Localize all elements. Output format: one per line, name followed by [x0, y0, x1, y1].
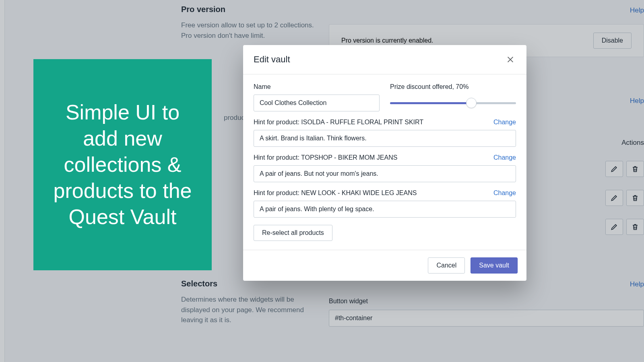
close-icon	[506, 55, 515, 64]
slider-fill	[390, 102, 471, 104]
save-vault-button[interactable]: Save vault	[471, 257, 518, 274]
vault-name-input[interactable]	[254, 95, 380, 111]
hint-block-0: Hint for product: ISOLDA - RUFFLE FLORAL…	[254, 119, 516, 147]
modal-title: Edit vault	[254, 54, 290, 65]
hint-label: Hint for product: ISOLDA - RUFFLE FLORAL…	[254, 119, 423, 126]
edit-vault-modal: Edit vault Name Prize discount offered, …	[243, 45, 526, 281]
slider-thumb[interactable]	[466, 98, 477, 108]
reselect-products-button[interactable]: Re-select all products	[254, 225, 332, 241]
modal-footer: Cancel Save vault	[243, 250, 526, 281]
callout-text: Simple UI to add new collections & produ…	[50, 99, 196, 230]
change-link[interactable]: Change	[493, 154, 516, 161]
change-link[interactable]: Change	[493, 189, 516, 197]
slider-track	[390, 102, 516, 104]
cancel-button[interactable]: Cancel	[428, 257, 465, 274]
close-button[interactable]	[505, 54, 516, 65]
modal-header: Edit vault	[243, 45, 526, 74]
hint-input-0[interactable]	[254, 130, 516, 147]
hint-label: Hint for product: TOPSHOP - BIKER MOM JE…	[254, 154, 397, 161]
modal-body: Name Prize discount offered, 70% Hint fo…	[243, 74, 526, 250]
settings-page: Help Help Help Pro version Free version …	[0, 0, 644, 362]
hint-input-1[interactable]	[254, 165, 516, 182]
hint-block-2: Hint for product: NEW LOOK - KHAKI WIDE …	[254, 189, 516, 218]
hint-block-1: Hint for product: TOPSHOP - BIKER MOM JE…	[254, 154, 516, 182]
marketing-callout: Simple UI to add new collections & produ…	[33, 59, 212, 270]
discount-label: Prize discount offered, 70%	[390, 83, 516, 90]
hint-label: Hint for product: NEW LOOK - KHAKI WIDE …	[254, 189, 417, 197]
name-label: Name	[254, 83, 380, 90]
change-link[interactable]: Change	[493, 119, 516, 126]
hint-input-2[interactable]	[254, 201, 516, 218]
discount-slider[interactable]	[390, 95, 516, 111]
